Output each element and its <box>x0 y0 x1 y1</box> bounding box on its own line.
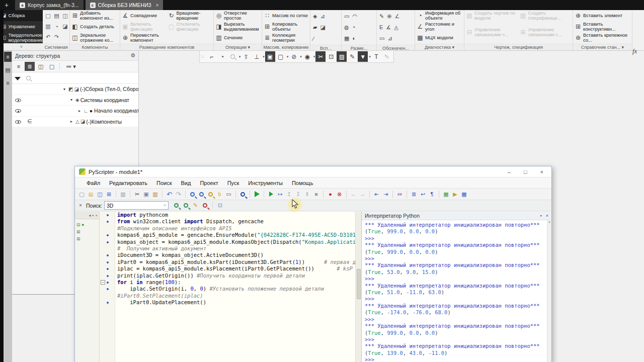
toolbar-word-wrap-button[interactable]: ↩ <box>419 190 427 198</box>
chevron-down-icon[interactable]: ▾ <box>263 55 265 59</box>
ribbon-group-label[interactable]: Чертеж, спецификация <box>464 44 573 50</box>
fx-variables-icon[interactable]: fx <box>632 47 637 55</box>
gutter-line[interactable] <box>100 212 115 218</box>
ribbon-tool-icon[interactable]: ↷ <box>54 34 59 40</box>
gutter-line[interactable] <box>100 293 115 299</box>
explorer-header-icon[interactable]: ◂ <box>89 213 91 218</box>
chevron-down-icon[interactable]: ▾ <box>287 55 289 59</box>
view-display-mode-cube-button[interactable]: ▢ <box>276 51 286 62</box>
view-filter-button[interactable]: ▼ <box>358 51 368 62</box>
editor-scrollbar[interactable] <box>355 212 361 362</box>
toolbar-save-button[interactable]: ◫ <box>96 190 104 198</box>
toolbar-indent-button[interactable]: ⇥ <box>382 190 389 198</box>
filter-funnel-icon[interactable] <box>12 73 23 82</box>
toolbar-find-replace-button[interactable] <box>207 190 214 198</box>
ribbon-tool-icon[interactable]: ∕ <box>313 36 314 42</box>
ribbon-command[interactable]: ⊞Копировать объекты <box>264 22 308 33</box>
gutter-line[interactable] <box>100 273 115 279</box>
ribbon-group-label[interactable]: Разме... <box>342 45 376 50</box>
toolbar-dedent-button[interactable]: ⇤ <box>373 190 380 198</box>
interpreter-output[interactable]: *** Удаленный интерпретатор инициализиро… <box>362 220 547 362</box>
ribbon-tool-icon[interactable]: ◈ <box>313 13 317 20</box>
toolbar-breakpoint-button[interactable]: ● <box>327 190 334 198</box>
toolbar-search-next-button[interactable] <box>182 202 190 210</box>
ribbon-group-label[interactable]: Обозначен... <box>377 45 415 50</box>
ribbon-tool-icon[interactable]: ◫ <box>62 13 67 19</box>
ribbon-command[interactable]: ⊞Вставить конструктивн... <box>575 22 630 33</box>
dock-composition-button[interactable]: ▤ <box>4 65 12 75</box>
gutter-line[interactable] <box>100 218 115 225</box>
chevron-down-icon[interactable]: ▾ <box>300 55 302 59</box>
menu-Редактировать[interactable]: Редактировать <box>105 180 152 186</box>
expand-arrow-icon[interactable]: ▸ <box>78 109 84 113</box>
view-clip-view-button[interactable]: ◉ <box>302 51 312 62</box>
ribbon-command[interactable]: ◎Отверстие простое <box>215 11 260 22</box>
visibility-eye-icon[interactable] <box>12 97 24 103</box>
toolbar-special-chars-button[interactable]: ¶ <box>428 190 436 198</box>
explorer-node-icon[interactable]: ⊞ <box>76 228 98 235</box>
ribbon-command[interactable]: ⊕Вставить элемент <box>575 11 630 22</box>
ribbon-tool-icon[interactable]: ◔ <box>55 24 58 30</box>
view-edit-pencil-button[interactable]: ✎ <box>382 51 392 62</box>
gear-icon[interactable]: ⚙ <box>130 52 135 59</box>
toolbar-search-options-button[interactable]: ⊡ <box>216 202 224 210</box>
ribbon-tool-icon[interactable]: ▰ <box>313 24 317 31</box>
view-sketch-button[interactable]: ✎ <box>347 51 357 62</box>
toolbar-copy-button[interactable]: ▣ <box>142 190 150 198</box>
toolbar-find-in-files-button[interactable]: b <box>216 190 223 198</box>
module-leaf-icon[interactable]: ⊟ ● <box>76 221 98 228</box>
ribbon-tool-icon[interactable]: ◪ <box>320 24 325 31</box>
toolbar-cut-button[interactable]: ✂ <box>133 190 141 198</box>
toolbar-todo-list-button[interactable]: ≣ <box>410 190 418 198</box>
tree-search-input[interactable] <box>35 73 138 83</box>
gutter-line[interactable] <box>100 239 115 245</box>
toolbar-clear-breakpoints-button[interactable]: ⊗ <box>336 190 343 198</box>
ribbon-group-label[interactable]: Системная <box>43 44 69 50</box>
view-shaded-cube-button[interactable]: ▣ <box>265 51 275 62</box>
drag-grip-icon[interactable]: ∷ <box>201 54 205 59</box>
ribbon-tool-icon[interactable]: ▢ <box>45 13 50 19</box>
toolbar-find-button[interactable] <box>189 190 196 198</box>
chevron-down-icon[interactable]: ▾ <box>369 55 371 59</box>
ribbon-tool-icon[interactable]: ⊿ <box>387 35 392 42</box>
ribbon-command[interactable]: ◫Зеркальное отражение ко... <box>71 33 118 44</box>
ribbon-command[interactable]: ⊞Добавить компонент из... <box>71 11 118 22</box>
interpreter-scrollbar[interactable]: ▲ <box>547 220 551 362</box>
menu-Помощь[interactable]: Помощь <box>287 180 318 186</box>
menu-Проект[interactable]: Проект <box>195 180 222 186</box>
tree-toolbar-button[interactable]: ≡ <box>14 62 24 71</box>
ribbon-group-label[interactable]: Диагностика ▾ <box>415 44 464 50</box>
menu-Поиск[interactable]: Поиск <box>152 180 176 186</box>
ribbon-command[interactable]: ∷Массив по сетке <box>264 11 308 22</box>
gutter-line[interactable] <box>100 252 115 258</box>
view-dimension-button[interactable]: T <box>371 51 381 62</box>
menu-Вид[interactable]: Вид <box>177 180 196 186</box>
search-input[interactable]: 3D ˅ <box>104 201 169 210</box>
ribbon-group-label[interactable]: Операции ▾ <box>214 44 262 50</box>
expand-arrow-icon[interactable]: ▾ <box>70 98 75 102</box>
toolbar-paste-button[interactable]: ▥ <box>151 190 159 198</box>
ribbon-command[interactable]: ▦МЦХ модели <box>417 33 462 44</box>
expand-arrow-icon[interactable]: ▾ <box>63 87 68 92</box>
ribbon-command[interactable]: ◔Информация об объекте <box>417 11 462 22</box>
ribbon-command[interactable]: ◧Создать деталь <box>71 22 118 33</box>
ribbon-tool-icon[interactable]: E <box>379 24 383 31</box>
toolbar-find-definition-button[interactable] <box>239 190 247 198</box>
ribbon-tool-icon[interactable]: ⊿ <box>320 13 325 20</box>
toolbar-search-prev-button[interactable] <box>173 202 180 210</box>
tree-row[interactable]: ▾◩◪(-)Сборка (Тел-0, Сборочных еди <box>12 84 138 95</box>
chevron-down-icon[interactable]: ˅ <box>164 203 166 208</box>
toolbar-open-file-button[interactable]: ▤ <box>87 190 95 198</box>
ribbon-group-label[interactable]: Размещение компонентов <box>120 44 213 50</box>
ribbon-tool-icon[interactable]: ◠ <box>352 13 357 20</box>
ribbon-tool-icon[interactable]: ⊕ <box>387 13 391 20</box>
menu-Файл[interactable]: Файл <box>82 180 105 186</box>
toolbar-redo-button[interactable]: ↷ <box>175 190 182 198</box>
tree-toolbar-button[interactable]: ≣ <box>25 62 35 71</box>
expand-arrow-icon[interactable]: ▸ <box>70 119 75 124</box>
ribbon-group-label[interactable]: Массив, копирование <box>262 44 310 50</box>
maximize-button[interactable]: □ <box>524 169 527 175</box>
ribbon-tool-icon[interactable]: ∠ <box>394 13 399 20</box>
document-tab[interactable]: сСборка БЕЗ ИМЕНИ3× <box>86 0 164 10</box>
explorer-header-icon[interactable]: × <box>95 213 98 218</box>
